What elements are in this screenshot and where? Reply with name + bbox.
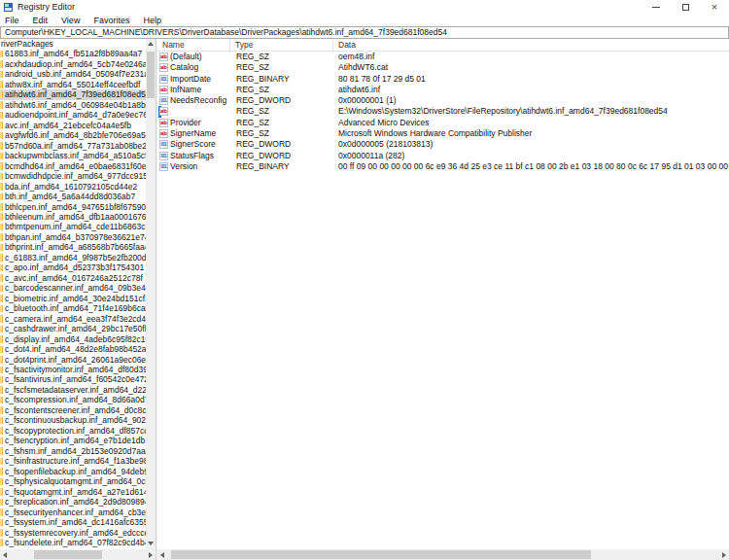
tree-item[interactable]: android_usb.inf_amd64_05094f7e231a9498: [0, 69, 146, 79]
tree-item-label: bda.inf_amd64_1610792105cd44e2: [5, 182, 137, 192]
folder-icon: [0, 101, 3, 109]
tree-item[interactable]: c_biometric.inf_amd64_30e24bd151cf211a: [0, 294, 146, 303]
restore-button[interactable]: [671, 0, 700, 14]
value-row[interactable]: abSignerNameREG_SZMicrosoft Windows Hard…: [157, 128, 729, 139]
tree-item-label: c_bluetooth.inf_amd64_71f4e169b6caf244: [5, 303, 146, 313]
folder-icon: [0, 386, 3, 394]
tree-item-label: c_fssystem.inf_amd64_dc1416afc6355388: [5, 517, 146, 527]
tree-item[interactable]: c_bluetooth.inf_amd64_71f4e169b6caf244: [0, 303, 146, 313]
tree-item[interactable]: c_fsphysicalquotamgmt.inf_amd64_0cb31e75…: [0, 476, 146, 486]
tree-item[interactable]: c_fssystem.inf_amd64_dc1416afc6355388: [0, 517, 146, 527]
column-header-type[interactable]: Type: [235, 40, 253, 50]
tree-item[interactable]: athw8x.inf_amd64_55014eff4ceefbdf: [0, 80, 146, 89]
minimize-button[interactable]: [642, 0, 671, 14]
value-row[interactable]: abInfNameREG_SZatihdwt6.inf: [157, 85, 729, 95]
scroll-left-icon[interactable]: [157, 549, 167, 560]
value-row[interactable]: abCatalogREG_SZAtihdWT6.cat: [157, 62, 729, 73]
value-name: StatusFlags: [170, 151, 214, 161]
value-row[interactable]: 011ImportDateREG_BINARY80 81 78 0f 17 29…: [157, 74, 729, 85]
column-separator[interactable]: [229, 40, 230, 51]
folder-icon: [0, 458, 3, 466]
tree-item[interactable]: c_fsreplication.inf_amd64_2d9d80989455aa…: [0, 497, 146, 507]
tree-item[interactable]: bthlcpen.inf_amd64_947651bf8f675908: [0, 202, 146, 212]
tree-item[interactable]: c_fsopenfilebackup.inf_amd64_94deb9717ef…: [0, 467, 146, 476]
column-header-name[interactable]: Name: [162, 40, 185, 50]
tree-item[interactable]: c_fsinfrastructure.inf_amd64_f1a3be981f4…: [0, 456, 146, 466]
tree-item[interactable]: bthleenum.inf_amd64_dfb1aa00016764af: [0, 212, 146, 222]
tree-item[interactable]: c_61883.inf_amd64_9f987b5e2fb200df: [0, 253, 146, 262]
value-row[interactable]: abProviderREG_SZAdvanced Micro Devices: [157, 118, 729, 128]
scroll-up-icon[interactable]: [146, 39, 156, 49]
menu-favorites[interactable]: Favorites: [87, 16, 136, 25]
tree-item[interactable]: c_barcodescanner.inf_amd64_09b3e4c2f2c4a…: [0, 283, 146, 293]
value-name: SignerName: [170, 128, 216, 139]
tree-item[interactable]: c_fscontentscreener.inf_amd64_d0c8ce46b5…: [0, 405, 146, 415]
menu-edit[interactable]: Edit: [26, 16, 55, 25]
tree-item[interactable]: avc.inf_amd64_21ebcefc04a4e5fb: [0, 121, 146, 130]
tree-item[interactable]: c_display.inf_amd64_4adeb6c95f82c100: [0, 334, 146, 344]
tree-item[interactable]: audioendpoint.inf_amd64_d7a0e9ec76a7ed59: [0, 110, 146, 120]
tree-item[interactable]: backupwmbclass.inf_amd64_a510a5c5281bb8a: [0, 151, 146, 160]
tree-item[interactable]: c_fshsm.inf_amd64_2b153e0920d7aaab: [0, 446, 146, 456]
list-hscroll-thumb[interactable]: [171, 550, 591, 559]
scroll-right-icon[interactable]: [146, 549, 156, 560]
tree-item[interactable]: c_fsquotamgmt.inf_amd64_a27e1d614828e146: [0, 487, 146, 497]
tree-item[interactable]: c_apo.inf_amd64_d52373b3f1754301: [0, 262, 146, 272]
tree-item[interactable]: bda.inf_amd64_1610792105cd44e2: [0, 182, 146, 192]
menu-file[interactable]: File: [0, 16, 26, 25]
tree-item[interactable]: c_fsantivirus.inf_amd64_f60542c0e472ee1d: [0, 374, 146, 384]
tree-item[interactable]: avgfwfd6.inf_amd64_8b2bfe706e69a5f0: [0, 130, 146, 140]
tree-item[interactable]: bcmwdidhdpcie.inf_amd64_977dcc915465b0e: [0, 171, 146, 181]
tree-item[interactable]: atihdwt6.inf_amd64_060984e04b1a8b0f: [0, 100, 146, 110]
value-row[interactable]: 011StatusFlagsREG_DWORD0x0000011a (282): [157, 151, 729, 161]
tree-item[interactable]: c_fsactivitymonitor.inf_amd64_df80d3900b…: [0, 365, 146, 374]
tree-item[interactable]: c_fscopyprotection.inf_amd64_df857cc1c41…: [0, 426, 146, 436]
tree-item-label: c_avc.inf_amd64_0167246a2512c78f: [5, 273, 143, 283]
tree-item[interactable]: c_fsundelete.inf_amd64_07f82c9cd4b47344: [0, 538, 146, 547]
menu-help[interactable]: Help: [136, 16, 168, 25]
scroll-down-icon[interactable]: [146, 539, 156, 548]
tree-item[interactable]: atihdwt6.inf_amd64_7f39ed681f08ed54: [0, 89, 146, 99]
tree-item-root[interactable]: riverPackages: [0, 39, 146, 49]
value-name-cell[interactable]: abOemPath: [158, 106, 161, 117]
tree-item[interactable]: bthprint.inf_amd64_a68568b7b665faa4: [0, 242, 146, 252]
tree-item[interactable]: bth.inf_amd64_5a6a44dd8d036ab7: [0, 192, 146, 201]
tree-item[interactable]: b57nd60a.inf_amd64_77a731ab08be20a5: [0, 141, 146, 151]
tree-horizontal-scrollbar[interactable]: [0, 549, 156, 560]
value-row[interactable]: ab(Default)REG_SZoem48.inf: [157, 52, 729, 62]
registry-path-input[interactable]: Computer\HKEY_LOCAL_MACHINE\DRIVERS\Driv…: [0, 26, 729, 39]
tree-item[interactable]: c_dot4print.inf_amd64_26061a9ec06eb99c: [0, 355, 146, 365]
tree-item[interactable]: bcmdhd64.inf_amd64_e0bae6831f60ea5f: [0, 161, 146, 171]
tree-item[interactable]: c_fscompression.inf_amd64_8d66a0d705c8c1…: [0, 395, 146, 404]
folder-icon: [0, 213, 3, 221]
tree-item[interactable]: bthpan.inf_amd64_b370978e36621e74: [0, 232, 146, 242]
value-row[interactable]: 011VersionREG_BINARY00 ff 09 00 00 00 00…: [157, 161, 729, 172]
value-data: 0x00000001 (1): [338, 95, 729, 106]
tree-item[interactable]: c_dot4.inf_amd64_48d2e8fab98b452a: [0, 344, 146, 354]
tree-vertical-scrollbar[interactable]: [146, 39, 156, 549]
column-header-data[interactable]: Data: [338, 40, 356, 50]
tree-item[interactable]: 61883.inf_amd64_fb51a2f8b89aa4a7: [0, 49, 146, 58]
column-separator[interactable]: [332, 40, 333, 51]
value-row[interactable]: abOemPathREG_SZE:\Windows\System32\Drive…: [157, 106, 729, 117]
tree-item[interactable]: c_fssystemrecovery.inf_amd64_edccce56f95…: [0, 528, 146, 538]
menu-view[interactable]: View: [54, 16, 87, 25]
folder-icon: [0, 81, 3, 88]
tree-vscroll-thumb[interactable]: [147, 52, 155, 98]
tree-item[interactable]: c_cashdrawer.inf_amd64_29bc17e50fb3b836: [0, 324, 146, 333]
tree-item[interactable]: c_fscontinuousbackup.inf_amd64_902ebabe7…: [0, 415, 146, 425]
tree-item[interactable]: c_fsencryption.inf_amd64_e7b1de1db1ffed5…: [0, 436, 146, 445]
tree-item[interactable]: c_camera.inf_amd64_eea3f74f3e2cd46f: [0, 314, 146, 324]
tree-item[interactable]: c_avc.inf_amd64_0167246a2512c78f: [0, 273, 146, 283]
scroll-left-icon[interactable]: [0, 549, 10, 560]
tree-item[interactable]: c_fscfsmetadataserver.inf_amd64_d228f44f…: [0, 385, 146, 395]
tree-item[interactable]: bthmtpenum.inf_amd64_cde11b6863c71403: [0, 222, 146, 231]
value-row[interactable]: 011NeedsReconfigREG_DWORD0x00000001 (1): [157, 95, 729, 106]
scroll-right-icon[interactable]: [719, 549, 729, 560]
tree-item[interactable]: c_fssecurityenhancer.inf_amd64_cb3e97042…: [0, 508, 146, 517]
tree-hscroll-thumb[interactable]: [34, 550, 102, 559]
close-button[interactable]: ×: [700, 0, 729, 14]
tree-item[interactable]: acxhdaudiop.inf_amd64_5cb74e0246a01ebc: [0, 59, 146, 69]
list-horizontal-scrollbar[interactable]: [157, 549, 729, 560]
value-row[interactable]: 011SignerScoreREG_DWORD0x0d000005 (21810…: [157, 139, 729, 150]
